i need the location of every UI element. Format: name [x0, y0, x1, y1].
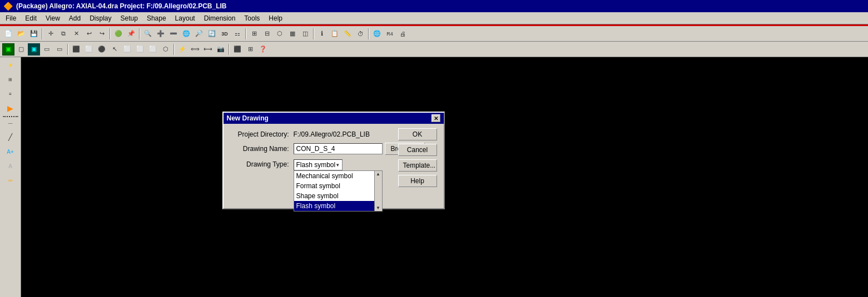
measure-btn[interactable]: 📏: [341, 28, 354, 40]
view-btn[interactable]: ◫: [299, 28, 311, 40]
sidebar-btn-8[interactable]: A: [3, 159, 18, 173]
pin-btn[interactable]: 📌: [125, 28, 137, 40]
shape2-btn[interactable]: ⬜: [83, 43, 95, 56]
sidebar-btn-2[interactable]: ⊞: [3, 73, 18, 86]
grid2-btn[interactable]: ⊞: [248, 28, 260, 40]
web-btn[interactable]: 🌐: [371, 28, 383, 40]
shape4-btn[interactable]: ⬜: [121, 43, 133, 56]
layer-p2-btn[interactable]: ▭: [53, 43, 66, 56]
sym-btn[interactable]: ⊞: [244, 43, 256, 56]
secondary-toolbar: ▣ ▢ ▣ ▭ ▭ ⬛ ⬜ ⚫ ↖ ⬜ ⬜ ⬜ ⬡ ⚡ ⟺ ⟷ 📷 ⬛ ⊞ ❓: [0, 42, 868, 57]
r4-btn[interactable]: R4: [384, 28, 396, 40]
zoom-fit-btn[interactable]: 🔍: [142, 28, 154, 40]
mirror-btn[interactable]: ⟺: [189, 43, 201, 56]
cancel-button[interactable]: Cancel: [398, 144, 437, 156]
sidebar-btn-9[interactable]: ✏: [3, 174, 18, 187]
project-directory-value: F:/09.Allegro/02.PCB_LIB: [294, 130, 370, 138]
3d-btn[interactable]: 3D: [219, 28, 231, 40]
app-icon: 🔶: [3, 2, 13, 11]
timer-btn[interactable]: ⏱: [354, 28, 366, 40]
grid3-btn[interactable]: ⊟: [261, 28, 273, 40]
zoom-world-btn[interactable]: 🌐: [180, 28, 192, 40]
menu-item-dimension[interactable]: Dimension: [200, 13, 240, 23]
shape3-btn[interactable]: ⚫: [96, 43, 108, 56]
sep5: [313, 28, 314, 39]
layer-p1-btn[interactable]: ▭: [41, 43, 53, 56]
save-btn[interactable]: 💾: [28, 28, 40, 40]
scroll-down-btn[interactable]: ▼: [376, 205, 380, 210]
menu-item-tools[interactable]: Tools: [240, 13, 264, 23]
flip-btn[interactable]: ⬛: [231, 43, 244, 56]
info-btn[interactable]: ℹ: [316, 28, 328, 40]
delete-btn[interactable]: ✕: [70, 28, 82, 40]
grid-btn[interactable]: ⚏: [231, 28, 244, 40]
select-btn[interactable]: ↖: [108, 43, 121, 56]
shape1-btn[interactable]: ⬛: [70, 43, 82, 56]
menu-item-edit[interactable]: Edit: [21, 13, 41, 23]
layer-top-btn[interactable]: ▢: [15, 43, 27, 56]
drawing-name-input[interactable]: [294, 143, 383, 154]
option-shape-symbol[interactable]: Shape symbol: [294, 191, 382, 201]
shape7-btn[interactable]: ⬡: [160, 43, 172, 56]
dialog-close-button[interactable]: ✕: [431, 114, 440, 122]
shape6-btn[interactable]: ⬜: [147, 43, 159, 56]
sidebar-btn-4[interactable]: ▶: [3, 102, 18, 115]
drawing-name-label: Drawing Name:: [232, 145, 294, 153]
menu-item-view[interactable]: View: [41, 13, 65, 23]
dropdown-arrow-icon: ▼: [335, 163, 340, 168]
sep7: [67, 44, 68, 55]
scroll-up-btn[interactable]: ▲: [376, 172, 380, 177]
print-btn[interactable]: 🖨: [396, 28, 409, 40]
stretch-btn[interactable]: ⟷: [202, 43, 214, 56]
main-area: ⚡ ⊞ ≡ ▶ — ╱ A+ A ✏ New Drawing ✕ Project…: [0, 57, 868, 297]
zoom-in-btn[interactable]: ➕: [155, 28, 167, 40]
drawing-type-label: Drawing Type:: [232, 159, 294, 168]
camera-btn[interactable]: 📷: [215, 43, 227, 56]
menu-bar: FileEditViewAddDisplaySetupShapeLayoutDi…: [0, 12, 868, 24]
layer-sel-btn[interactable]: ▣: [2, 43, 14, 56]
project-directory-label: Project Directory:: [232, 130, 294, 138]
layer-bot-btn[interactable]: ▣: [28, 43, 40, 56]
option-mechanical-symbol[interactable]: Mechanical symbol: [294, 171, 382, 181]
menu-item-setup[interactable]: Setup: [116, 13, 142, 23]
sidebar-btn-7[interactable]: A+: [3, 145, 18, 158]
menu-item-help[interactable]: Help: [264, 13, 287, 23]
menu-item-shape[interactable]: Shape: [142, 13, 171, 23]
help-btn2[interactable]: ❓: [257, 43, 269, 56]
zoom-out-btn[interactable]: ➖: [167, 28, 180, 40]
shapes-btn[interactable]: ⬡: [274, 28, 286, 40]
sidebar-btn-1[interactable]: ⚡: [3, 58, 18, 72]
refresh-btn[interactable]: 🔄: [206, 28, 218, 40]
shape5-btn[interactable]: ⬜: [134, 43, 146, 56]
drawing-type-container: Flash symbol ▼ Mechanical symbol Format …: [294, 159, 343, 170]
props-btn[interactable]: 📋: [329, 28, 341, 40]
comp1-btn[interactable]: ⚡: [176, 43, 189, 56]
option-flash-symbol[interactable]: Flash symbol: [294, 201, 382, 211]
undo-btn[interactable]: ↩: [83, 28, 95, 40]
sep1: [42, 28, 43, 39]
drawing-type-selected[interactable]: Flash symbol ▼: [294, 159, 343, 170]
sidebar-btn-3[interactable]: ≡: [3, 87, 18, 100]
ok-button[interactable]: OK: [398, 128, 437, 140]
help-button[interactable]: Help: [398, 175, 437, 187]
sidebar-btn-5[interactable]: —: [3, 116, 18, 129]
left-sidebar: ⚡ ⊞ ≡ ▶ — ╱ A+ A ✏: [0, 57, 21, 297]
option-format-symbol[interactable]: Format symbol: [294, 181, 382, 191]
title-bar: 🔶 (Package) Allegro: AXIAL-04.dra Projec…: [0, 0, 868, 12]
dialog-title-bar: New Drawing ✕: [224, 113, 444, 124]
menu-item-display[interactable]: Display: [85, 13, 116, 23]
zoom-points-btn[interactable]: 🔎: [193, 28, 205, 40]
add-btn[interactable]: 🟢: [112, 28, 125, 40]
sidebar-btn-6[interactable]: ╱: [3, 130, 18, 144]
menu-item-file[interactable]: File: [1, 13, 21, 23]
dropdown-scrollbar: ▲ ▼: [374, 171, 382, 211]
template-button[interactable]: Template...: [398, 159, 437, 172]
new-btn[interactable]: 📄: [2, 28, 14, 40]
redo-btn[interactable]: ↪: [96, 28, 108, 40]
copy-btn[interactable]: ⧉: [57, 28, 70, 40]
open-btn[interactable]: 📂: [15, 28, 27, 40]
layer-btn[interactable]: ▦: [286, 28, 299, 40]
move-btn[interactable]: ✛: [44, 28, 57, 40]
menu-item-add[interactable]: Add: [65, 13, 85, 23]
menu-item-layout[interactable]: Layout: [171, 13, 200, 23]
